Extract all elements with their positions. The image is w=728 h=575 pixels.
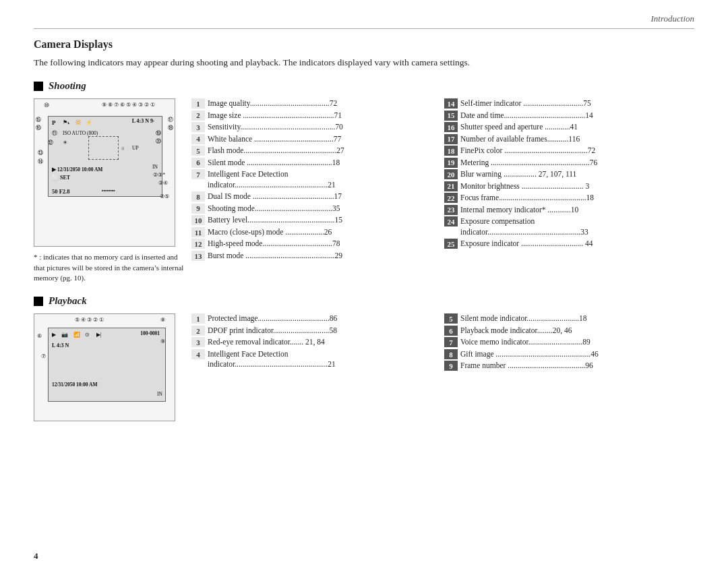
- table-row: 7 Voice memo indicator..................…: [444, 337, 692, 348]
- table-row: 2 Image size ...........................…: [191, 111, 439, 121]
- playback-header: Playback: [34, 295, 694, 307]
- black-square-playback: [34, 297, 43, 306]
- black-square-shooting: [34, 82, 43, 91]
- playback-col-right: 5 Silent mode indicator.................…: [442, 313, 694, 421]
- footnote: * : indicates that no memory card is ins…: [34, 252, 189, 283]
- table-row: 25 Exposure indicator ..................…: [444, 239, 692, 249]
- shooting-diagram: ⑨ ⑧ ⑦ ⑥ ⑤ ④ ③ ② ① ⑩ P ⚑₁ 🔆 ⚡ L 4:3 N 9· …: [34, 98, 189, 283]
- table-row: 11 Macro (close-ups) mode ..............…: [191, 227, 439, 238]
- playback-col-left: 1 Protected image.......................…: [189, 313, 442, 421]
- page-header: Introduction: [34, 13, 694, 29]
- table-row: 3 Sensitivity...........................…: [191, 122, 439, 133]
- shooting-col-right: 14 Self-timer indicator ................…: [442, 98, 694, 283]
- table-row: 18 FinePix color .......................…: [444, 146, 692, 156]
- table-row: 3 Red-eye removal indicator....... 21, 8…: [191, 337, 439, 348]
- table-row: 22 Focus frame..........................…: [444, 193, 692, 204]
- table-row: 8 Dual IS mode .........................…: [191, 191, 439, 202]
- playback-diagram: ⑤ ④ ③ ② ① ⑧ ⑥ ⑦ ▶ 📷 📶 ⊙ ▶| 100-0001 ⑨ L …: [34, 313, 189, 421]
- section-title: Camera Displays: [34, 38, 694, 51]
- table-row: 1 Image quality.........................…: [191, 98, 439, 109]
- page-number: 4: [34, 551, 38, 562]
- table-row: 20 Blur warning ................. 27, 10…: [444, 169, 692, 180]
- shooting-header: Shooting: [34, 80, 694, 92]
- shooting-title: Shooting: [49, 80, 86, 92]
- shooting-indicators: 1 Image quality.........................…: [189, 98, 694, 283]
- table-row: 19 Metering ............................…: [444, 158, 692, 169]
- playback-title: Playback: [49, 295, 87, 307]
- table-row: 9 Shooting mode.........................…: [191, 204, 439, 214]
- table-row: 16 Shutter speed and aperture ..........…: [444, 122, 692, 133]
- intro-text: The following indicators may appear duri…: [34, 56, 694, 69]
- playback-diagram-image: ⑤ ④ ③ ② ① ⑧ ⑥ ⑦ ▶ 📷 📶 ⊙ ▶| 100-0001 ⑨ L …: [34, 313, 175, 421]
- table-row: 7 Intelligent Face Detectionindicator...…: [191, 169, 439, 190]
- table-row: 17 Number of available frames...........…: [444, 134, 692, 145]
- table-row: 21 Monitor brightness ..................…: [444, 181, 692, 192]
- table-row: 24 Exposure compensationindicator.......…: [444, 216, 692, 237]
- table-row: 9 Frame number .........................…: [444, 361, 692, 371]
- shooting-diagram-image: ⑨ ⑧ ⑦ ⑥ ⑤ ④ ③ ② ① ⑩ P ⚑₁ 🔆 ⚡ L 4:3 N 9· …: [34, 98, 175, 247]
- table-row: 23 Internal memory indicator* ..........…: [444, 205, 692, 216]
- table-row: 4 Intelligent Face Detectionindicator...…: [191, 349, 439, 370]
- table-row: 2 DPOF print indicator..................…: [191, 326, 439, 336]
- table-row: 5 Silent mode indicator.................…: [444, 313, 692, 324]
- table-row: 12 High-speed mode......................…: [191, 239, 439, 249]
- table-row: 8 Gift image ...........................…: [444, 349, 692, 360]
- table-row: 5 Flash mode............................…: [191, 146, 439, 156]
- table-row: 4 White balance ........................…: [191, 134, 439, 145]
- table-row: 6 Playback mode indicator........20, 46: [444, 326, 692, 336]
- shooting-col-left: 1 Image quality.........................…: [189, 98, 442, 283]
- table-row: 13 Burst mode ..........................…: [191, 251, 439, 262]
- playback-section: ⑤ ④ ③ ② ① ⑧ ⑥ ⑦ ▶ 📷 📶 ⊙ ▶| 100-0001 ⑨ L …: [34, 313, 694, 421]
- shooting-section: ⑨ ⑧ ⑦ ⑥ ⑤ ④ ③ ② ① ⑩ P ⚑₁ 🔆 ⚡ L 4:3 N 9· …: [34, 98, 694, 283]
- table-row: 1 Protected image.......................…: [191, 313, 439, 324]
- table-row: 10 Battery level........................…: [191, 215, 439, 226]
- table-row: 6 Silent mode ..........................…: [191, 158, 439, 169]
- table-row: 14 Self-timer indicator ................…: [444, 98, 692, 109]
- playback-indicators: 1 Protected image.......................…: [189, 313, 694, 421]
- table-row: 15 Date and time........................…: [444, 111, 692, 121]
